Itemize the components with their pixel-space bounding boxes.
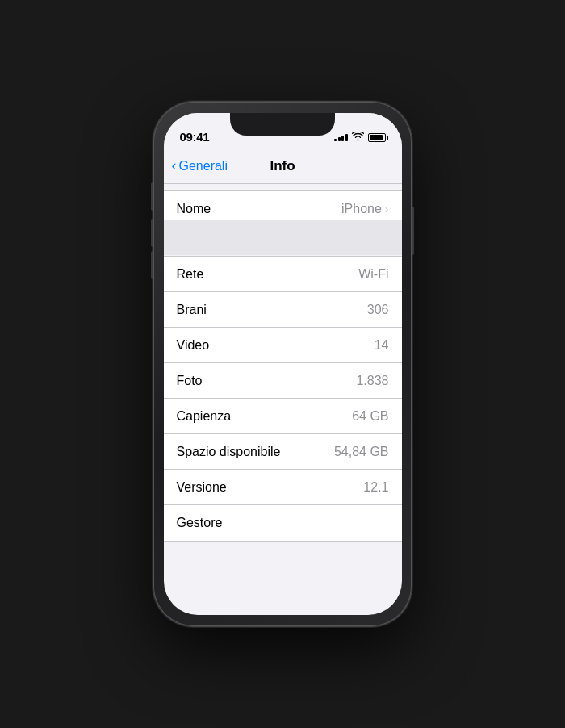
navigation-bar: ‹ Generali Info (164, 149, 402, 184)
gestore-label: Gestore (177, 516, 223, 530)
gestore-row[interactable]: Gestore (164, 505, 402, 541)
section-gap-top (164, 184, 402, 190)
back-chevron-icon: ‹ (172, 157, 177, 174)
foto-label: Foto (177, 374, 203, 388)
highlight-band (164, 220, 402, 255)
signal-bar-1 (334, 139, 337, 141)
scroll-content: Nome iPhone › Rete Wi-Fi Brani (164, 184, 402, 542)
spazio-label: Spazio disponibile (177, 445, 281, 459)
name-value: iPhone (341, 202, 382, 216)
name-label: Nome (177, 202, 211, 216)
rete-value: Wi-Fi (358, 267, 388, 282)
spazio-value: 54,84 GB (334, 445, 389, 459)
phone-frame: 09:41 (153, 102, 412, 626)
spazio-row[interactable]: Spazio disponibile 54,84 GB (164, 434, 402, 470)
signal-bars-icon (334, 134, 348, 141)
capienza-label: Capienza (177, 409, 232, 424)
versione-label: Versione (177, 480, 227, 495)
signal-bar-2 (338, 137, 341, 141)
status-icons (334, 132, 386, 144)
back-label: Generali (179, 159, 228, 174)
battery-fill (370, 135, 383, 140)
video-label: Video (177, 338, 210, 353)
signal-bar-3 (341, 136, 344, 141)
info-section: Rete Wi-Fi Brani 306 Video 14 Foto 1.838… (164, 256, 402, 542)
section-gap-highlighted (164, 228, 402, 256)
capienza-value: 64 GB (352, 409, 388, 424)
brani-row[interactable]: Brani 306 (164, 292, 402, 328)
brani-label: Brani (177, 303, 207, 317)
battery-icon (368, 133, 386, 142)
notch (230, 113, 335, 136)
video-row[interactable]: Video 14 (164, 328, 402, 363)
phone-screen: 09:41 (164, 113, 402, 615)
foto-value: 1.838 (356, 374, 388, 388)
versione-value: 12.1 (363, 480, 388, 495)
signal-bar-4 (345, 134, 348, 141)
video-value: 14 (375, 338, 389, 353)
name-value-container: iPhone › (341, 202, 389, 216)
name-chevron-icon: › (385, 203, 389, 215)
rete-row[interactable]: Rete Wi-Fi (164, 257, 402, 292)
brani-value: 306 (367, 303, 389, 317)
foto-row[interactable]: Foto 1.838 (164, 363, 402, 399)
wifi-icon (352, 132, 364, 144)
back-button[interactable]: ‹ Generali (172, 157, 228, 174)
page-title: Info (270, 158, 295, 174)
versione-row[interactable]: Versione 12.1 (164, 470, 402, 505)
rete-label: Rete (177, 267, 204, 282)
status-time: 09:41 (180, 130, 210, 144)
capienza-row[interactable]: Capienza 64 GB (164, 399, 402, 434)
